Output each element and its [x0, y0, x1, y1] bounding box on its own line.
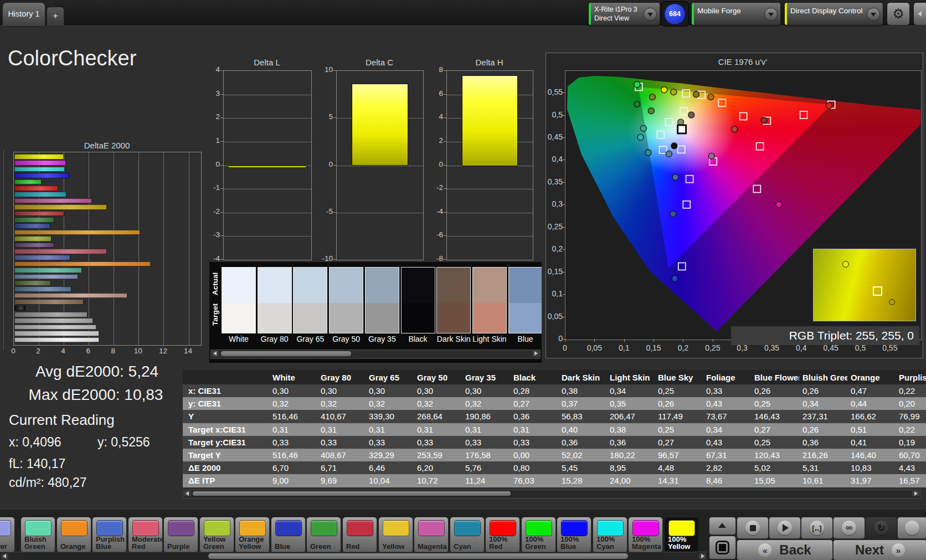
patch-button-100-green[interactable]: 100% Green — [521, 517, 556, 553]
patch-color-swatch — [61, 520, 88, 536]
avg-de2000: Avg dE2000: 5,24 — [17, 363, 177, 381]
table-row: Target Y516,46408,67329,29253,59176,580,… — [183, 449, 926, 461]
cie-target-square — [686, 176, 693, 183]
table-column-header: Gray 35 — [462, 373, 510, 382]
delta-gridline — [447, 189, 533, 189]
patch-button-label: 100% Magenta — [632, 536, 661, 551]
table-cell: 180,22 — [606, 450, 655, 460]
patch-button-orange[interactable]: Orange — [56, 517, 91, 553]
table-cell: 5,02 — [751, 463, 799, 472]
scroll-right-arrow-icon[interactable] — [699, 553, 706, 559]
cie-measured-dot — [761, 117, 767, 124]
patch-button-100-yellow[interactable]: 100% Yellow — [664, 517, 699, 553]
patch-color-swatch — [490, 520, 516, 536]
patch-button-magenta[interactable]: Magenta — [414, 517, 449, 553]
table-cell: 0,26 — [751, 386, 799, 395]
deltae-bar — [14, 179, 42, 185]
add-tab-button[interactable]: + — [47, 7, 64, 27]
swatch-target — [509, 303, 542, 333]
table-row-label: Target Y — [183, 450, 269, 460]
swatch-actual — [330, 268, 363, 303]
source-dropdown[interactable]: Mobile Forge — [691, 2, 781, 25]
swatch-actual — [366, 268, 399, 303]
patch-button-100-red[interactable]: 100% Red — [485, 517, 520, 553]
palette-scrollbar-track[interactable] — [0, 552, 707, 560]
patch-button-yellow[interactable]: Yellow — [378, 517, 413, 553]
table-row: ΔE ITP9,009,6910,0410,7211,2476,0315,282… — [183, 474, 926, 487]
swatch-label: Gray 35 — [362, 335, 403, 343]
current-reading-heading: Current Reading — [9, 412, 115, 429]
patch-button-bluish-green[interactable]: Bluish Green — [20, 517, 55, 553]
loop-button-active[interactable]: ↻ — [865, 517, 897, 539]
meter-dropdown[interactable]: X-Rite i1Pro 3 Direct View — [588, 2, 660, 25]
patch-button-purplish-blue[interactable]: Purplish Blue — [92, 517, 127, 553]
play-button[interactable] — [769, 517, 801, 539]
patch-button-yellow-green[interactable]: Yellow Green — [199, 517, 234, 553]
pattern-window-button[interactable] — [709, 536, 736, 559]
chevron-down-icon[interactable] — [644, 8, 657, 21]
patch-button-green[interactable]: Green — [306, 517, 341, 553]
table-cell: 0,33 — [510, 438, 558, 447]
swatch-scroll-thumb[interactable] — [221, 351, 351, 356]
patch-button-orange-yellow[interactable]: Orange Yellow — [235, 517, 270, 553]
chevron-down-icon[interactable] — [867, 8, 880, 21]
cie-measured-dot — [634, 101, 640, 107]
cie-tick-mark — [654, 339, 654, 342]
table-header-row: WhiteGray 80Gray 65Gray 50Gray 35BlackDa… — [183, 370, 926, 384]
top-bar: History 1 + X-Rite i1Pro 3 Direct View 6… — [0, 0, 926, 26]
patch-button-label: Orange — [60, 543, 90, 551]
scroll-right-arrow-icon[interactable] — [532, 351, 539, 357]
meter-count-badge[interactable]: 684 — [661, 1, 689, 27]
continuous-button[interactable]: ∞ — [833, 517, 865, 539]
chevron-down-icon[interactable] — [764, 8, 778, 21]
scroll-left-arrow-icon[interactable] — [184, 491, 191, 496]
table-cell: 52,02 — [558, 450, 606, 460]
inset-target-square — [873, 286, 882, 296]
gear-icon[interactable]: ⚙ — [887, 2, 910, 25]
stop-button[interactable] — [737, 517, 769, 539]
patch-button-purple[interactable]: Purple — [163, 517, 198, 553]
table-row-label: Target y:CIE31 — [183, 438, 269, 447]
collapse-panel-button[interactable] — [913, 2, 926, 25]
scroll-right-arrow-icon[interactable] — [912, 491, 919, 496]
delta-y-tick: -8 — [423, 254, 443, 263]
delta-chart-title: Delta C — [325, 58, 434, 67]
table-cell: 0,31 — [269, 425, 317, 434]
cie-measured-dot — [671, 143, 677, 149]
scroll-left-arrow-icon[interactable] — [1, 553, 8, 559]
patch-button-100-blue[interactable]: 100% Blue — [557, 517, 591, 553]
blank-pattern-button[interactable] — [897, 517, 926, 539]
display-control-dropdown[interactable]: Direct Display Control — [784, 2, 883, 25]
patch-button-blue[interactable]: Blue — [271, 517, 306, 553]
swatch-actual — [258, 268, 291, 303]
delta-tick-mark — [444, 70, 446, 71]
delta-tick-mark — [444, 235, 446, 236]
deltae-bar — [14, 217, 54, 223]
chevron-up-icon — [718, 523, 726, 528]
deltae-x-tick: 12 — [157, 347, 168, 355]
expand-palette-button[interactable] — [709, 517, 736, 535]
patch-button-100-magenta[interactable]: 100% Magenta — [628, 517, 663, 553]
patch-button-red[interactable]: Red — [342, 517, 377, 553]
scroll-left-arrow-icon[interactable] — [212, 351, 219, 357]
swatch-scrollbar[interactable] — [210, 350, 541, 359]
patch-button-blue-flower[interactable]: Blue Flower — [0, 517, 15, 553]
swatch-actual — [437, 268, 470, 303]
patch-button-100-cyan[interactable]: 100% Cyan — [593, 517, 627, 553]
palette-scroll-thumb[interactable] — [208, 553, 628, 559]
step-range-button[interactable]: [‥] — [801, 517, 833, 539]
table-cell: 0,31 — [317, 425, 366, 434]
inset-dot — [842, 261, 849, 268]
table-scrollbar-track[interactable] — [183, 490, 920, 499]
cie-white-point-square — [678, 125, 686, 133]
table-cell: 176,58 — [462, 450, 510, 460]
next-button[interactable]: Next » — [833, 540, 926, 560]
delta-y-tick: 10 — [313, 65, 333, 74]
patch-button-moderate-red[interactable]: Moderate Red — [128, 517, 163, 553]
swatch-label: Gray 65 — [290, 335, 331, 343]
tab-history-1[interactable]: History 1 — [2, 2, 45, 27]
delta-gridline — [224, 213, 311, 213]
table-scroll-thumb[interactable] — [193, 491, 511, 496]
patch-button-cyan[interactable]: Cyan — [450, 517, 485, 553]
back-button[interactable]: « Back — [737, 540, 833, 560]
